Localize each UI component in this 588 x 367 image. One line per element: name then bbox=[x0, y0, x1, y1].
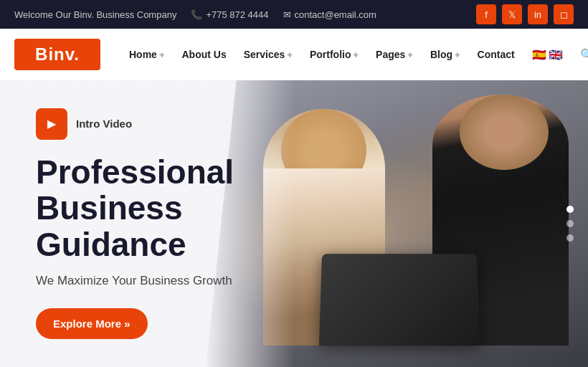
nav-item-about[interactable]: About Us bbox=[175, 43, 234, 66]
hero-title-line1: Professional bbox=[36, 153, 234, 191]
hero-title: Professional Business Guidance bbox=[36, 154, 301, 263]
explore-button[interactable]: Explore More » bbox=[36, 308, 148, 339]
instagram-icon[interactable]: ◻ bbox=[554, 4, 574, 24]
hero-content: ▶ Intro Video Professional Business Guid… bbox=[22, 80, 316, 367]
hero-subtitle: We Maximize Your Business Growth bbox=[36, 274, 301, 288]
phone-number: +775 872 4444 bbox=[206, 9, 268, 20]
nav-item-blog[interactable]: Blog + bbox=[423, 43, 468, 66]
top-bar-left: Welcome Our Binv. Business Company 📞 +77… bbox=[14, 9, 376, 20]
nav-label-contact: Contact bbox=[478, 49, 515, 60]
nav-item-pages[interactable]: Pages + bbox=[369, 43, 420, 66]
laptop bbox=[319, 254, 480, 345]
slide-dot-1[interactable] bbox=[566, 206, 574, 213]
flag-en[interactable]: 🇬🇧 bbox=[549, 48, 563, 62]
hero-title-line2: Business Guidance bbox=[36, 189, 186, 263]
intro-label: Intro Video bbox=[76, 118, 132, 130]
nav-menu: Home + About Us Services + Portfolio + P… bbox=[122, 42, 588, 67]
nav-item-home[interactable]: Home + bbox=[122, 43, 172, 66]
nav-plus-pages: + bbox=[407, 49, 413, 60]
nav-label-blog: Blog bbox=[430, 49, 452, 60]
nav-label-pages: Pages bbox=[376, 49, 405, 60]
email-icon: ✉ bbox=[283, 9, 291, 20]
intro-video-row: ▶ Intro Video bbox=[36, 108, 301, 140]
nav-search[interactable]: 🔍 bbox=[573, 42, 588, 67]
social-icons: f 𝕏 in ◻ bbox=[476, 4, 574, 24]
flag-es[interactable]: 🇪🇸 bbox=[532, 48, 546, 62]
nav-label-about: About Us bbox=[182, 49, 227, 60]
linkedin-icon[interactable]: in bbox=[528, 4, 548, 24]
email-address: contact@email.com bbox=[295, 9, 376, 20]
nav-plus-blog: + bbox=[455, 49, 460, 60]
slide-dots bbox=[566, 206, 574, 242]
phone-info: 📞 +775 872 4444 bbox=[191, 9, 268, 20]
nav-plus-portfolio: + bbox=[353, 49, 359, 60]
nav-item-services[interactable]: Services + bbox=[237, 43, 300, 66]
play-button[interactable]: ▶ bbox=[36, 108, 67, 140]
nav-label-home: Home bbox=[129, 49, 157, 60]
slide-dot-3[interactable] bbox=[566, 234, 574, 242]
search-icon[interactable]: 🔍 bbox=[580, 48, 588, 62]
nav-item-portfolio[interactable]: Portfolio + bbox=[303, 43, 366, 66]
site-logo[interactable]: Binv. bbox=[14, 39, 100, 70]
hero-section: ▶ Intro Video Professional Business Guid… bbox=[0, 80, 588, 367]
facebook-icon[interactable]: f bbox=[476, 4, 496, 24]
twitter-icon[interactable]: 𝕏 bbox=[502, 4, 522, 24]
nav-plus-home: + bbox=[159, 49, 165, 60]
navbar: Binv. Home + About Us Services + Portfol… bbox=[0, 29, 588, 80]
nav-flags[interactable]: 🇪🇸 🇬🇧 bbox=[525, 42, 570, 67]
explore-label: Explore More » bbox=[53, 318, 131, 330]
welcome-text: Welcome Our Binv. Business Company bbox=[14, 9, 176, 20]
nav-plus-services: + bbox=[287, 49, 293, 60]
nav-label-services: Services bbox=[244, 49, 285, 60]
phone-icon: 📞 bbox=[191, 9, 202, 20]
slide-dot-2[interactable] bbox=[566, 220, 574, 227]
email-info: ✉ contact@email.com bbox=[283, 9, 376, 20]
nav-item-contact[interactable]: Contact bbox=[470, 43, 522, 66]
top-bar: Welcome Our Binv. Business Company 📞 +77… bbox=[0, 0, 588, 29]
nav-label-portfolio: Portfolio bbox=[310, 49, 351, 60]
